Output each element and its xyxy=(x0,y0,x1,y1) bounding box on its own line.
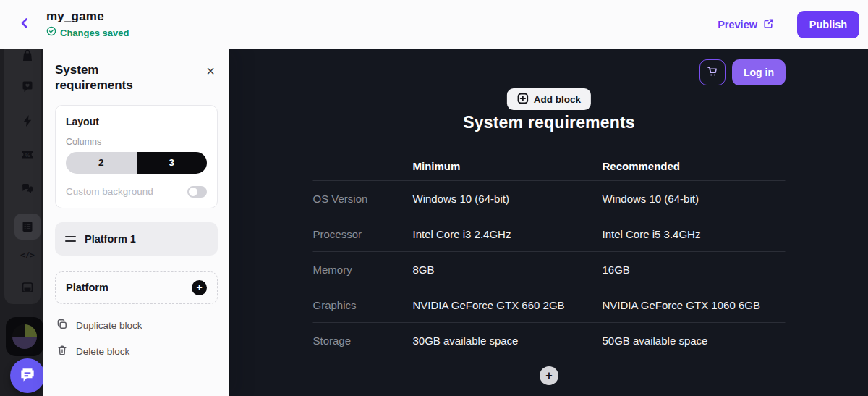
back-button[interactable] xyxy=(13,13,36,36)
window-card-icon[interactable] xyxy=(14,274,41,300)
shopping-bag-icon[interactable] xyxy=(14,49,41,69)
chat-bubbles-icon[interactable] xyxy=(14,175,41,201)
table-row: Graphics NVIDIA GeForce GTX 660 2GB NVID… xyxy=(313,287,786,323)
site-nav-actions: Log in xyxy=(699,59,786,85)
duplicate-block-label: Duplicate block xyxy=(76,320,142,331)
chat-widget-button[interactable] xyxy=(10,358,45,393)
delete-block-button[interactable]: Delete block xyxy=(55,345,218,359)
table-row: Processor Intel Core i3 2.4GHz Intel Cor… xyxy=(313,216,786,252)
panel-title: System requirements xyxy=(55,62,163,93)
row-min-value: 30GB available space xyxy=(413,334,603,347)
publish-button[interactable]: Publish xyxy=(797,11,859,38)
block-settings-panel: System requirements × Layout Columns 2 3… xyxy=(43,49,230,396)
platform-item-label: Platform 1 xyxy=(85,233,136,245)
chat-heart-icon[interactable] xyxy=(14,74,41,100)
check-circle-icon xyxy=(46,26,56,39)
requirements-table: Minimum Recommended OS Version Windows 1… xyxy=(313,152,786,358)
app-window: my_game Changes saved Preview xyxy=(0,0,868,396)
columns-option-3[interactable]: 3 xyxy=(137,152,208,174)
add-platform-button[interactable]: Platform + xyxy=(55,271,218,304)
duplicate-icon xyxy=(56,319,68,333)
row-rec-value: 50GB available space xyxy=(603,334,786,347)
row-label: Processor xyxy=(313,228,413,240)
save-status: Changes saved xyxy=(46,26,129,39)
plus-square-icon xyxy=(517,93,529,106)
table-list-icon[interactable] xyxy=(14,214,41,240)
percent-glyph: % xyxy=(25,152,30,159)
project-title-block: my_game Changes saved xyxy=(46,9,129,39)
row-min-value: Windows 10 (64-bit) xyxy=(413,193,603,205)
row-rec-value: 16GB xyxy=(603,264,786,276)
col-header-minimum: Minimum xyxy=(413,160,603,172)
custom-background-toggle[interactable] xyxy=(187,186,207,198)
table-header-row: Minimum Recommended xyxy=(313,152,786,181)
game-avatar xyxy=(12,324,37,349)
preview-label: Preview xyxy=(718,19,757,30)
columns-option-2[interactable]: 2 xyxy=(66,152,137,174)
custom-background-row: Custom background xyxy=(66,186,207,198)
ticket-percent-icon[interactable]: % xyxy=(14,141,41,167)
login-button[interactable]: Log in xyxy=(732,59,786,85)
columns-label: Columns xyxy=(66,137,207,147)
section-heading: System requirements xyxy=(463,113,635,132)
add-platform-label: Platform xyxy=(66,282,109,293)
table-row: OS Version Windows 10 (64-bit) Windows 1… xyxy=(313,181,786,216)
code-glyph: </> xyxy=(20,250,35,260)
code-icon[interactable]: </> xyxy=(14,242,41,268)
row-rec-value: Intel Core i5 3.4GHz xyxy=(603,228,786,240)
trash-icon xyxy=(56,345,68,359)
row-min-value: NVIDIA GeForce GTX 660 2GB xyxy=(413,299,603,311)
close-panel-button[interactable]: × xyxy=(203,62,218,80)
delete-block-label: Delete block xyxy=(76,346,129,357)
col-header-recommended: Recommended xyxy=(603,160,786,172)
chat-bubble-icon xyxy=(18,366,37,387)
panel-header: System requirements × xyxy=(55,62,218,93)
row-label: Memory xyxy=(313,264,413,276)
cart-icon xyxy=(706,65,719,80)
editor-workspace: % </> xyxy=(0,49,868,396)
toggle-knob xyxy=(189,188,197,196)
layout-settings-card: Layout Columns 2 3 Custom background xyxy=(55,105,218,208)
chevron-left-icon xyxy=(18,17,31,32)
platform-item[interactable]: Platform 1 xyxy=(55,222,218,256)
preview-button[interactable]: Preview xyxy=(718,18,774,31)
add-block-below-button[interactable]: + xyxy=(540,366,558,385)
duplicate-block-button[interactable]: Duplicate block xyxy=(55,319,218,333)
table-row: Storage 30GB available space 50GB availa… xyxy=(313,323,786,358)
custom-background-label: Custom background xyxy=(66,186,153,197)
close-icon: × xyxy=(206,63,215,79)
table-row: Memory 8GB 16GB xyxy=(313,252,786,287)
row-min-value: 8GB xyxy=(413,264,603,276)
layout-heading: Layout xyxy=(66,116,207,127)
external-link-icon xyxy=(763,18,774,31)
save-status-text: Changes saved xyxy=(60,28,129,38)
lightning-icon[interactable] xyxy=(14,108,41,134)
block-toolbar: % </> xyxy=(0,49,43,396)
plus-circle-icon: + xyxy=(192,280,207,295)
drag-handle-icon[interactable] xyxy=(65,236,76,242)
row-rec-value: NVIDIA GeForce GTX 1060 6GB xyxy=(603,299,786,311)
columns-segmented-control: 2 3 xyxy=(66,152,207,174)
editor-topbar: my_game Changes saved Preview xyxy=(0,0,868,49)
cart-button[interactable] xyxy=(699,59,726,85)
project-title: my_game xyxy=(46,9,129,24)
site-content: Log in Add block System requirements xyxy=(230,49,868,396)
add-block-button[interactable]: Add block xyxy=(507,88,591,110)
game-logo-card xyxy=(6,317,43,356)
add-block-label: Add block xyxy=(534,94,581,105)
row-rec-value: Windows 10 (64-bit) xyxy=(603,193,786,205)
row-label: Storage xyxy=(313,334,413,347)
topbar-actions: Preview Publish xyxy=(718,11,859,38)
row-min-value: Intel Core i3 2.4GHz xyxy=(413,228,603,240)
row-label: Graphics xyxy=(313,299,413,311)
row-label: OS Version xyxy=(313,193,413,205)
